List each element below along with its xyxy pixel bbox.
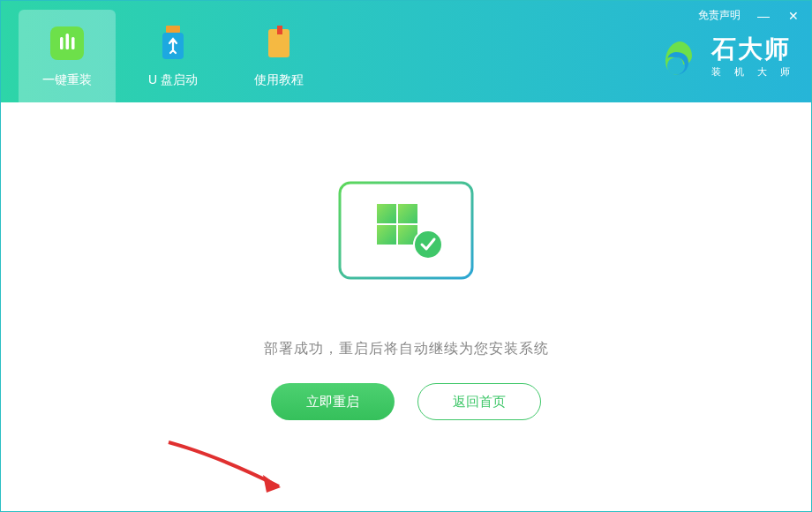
svg-rect-3 <box>71 37 75 49</box>
restart-button[interactable]: 立即重启 <box>271 383 395 420</box>
tab-tutorial[interactable]: 使用教程 <box>230 10 327 102</box>
tab-label: 使用教程 <box>254 72 304 88</box>
brand-logo-icon <box>658 36 701 79</box>
svg-rect-13 <box>398 204 417 223</box>
brand-title: 石大师 <box>711 36 795 64</box>
svg-rect-2 <box>66 34 70 49</box>
tab-reinstall[interactable]: 一键重装 <box>19 10 116 102</box>
tab-label: U 盘启动 <box>148 72 198 88</box>
tab-usb-boot[interactable]: U 盘启动 <box>124 10 222 102</box>
main-content: 部署成功，重启后将自动继续为您安装系统 立即重启 返回首页 <box>1 102 811 512</box>
svg-rect-12 <box>377 204 396 223</box>
brand: 石大师 装 机 大 师 <box>658 36 795 79</box>
success-illustration <box>331 177 481 313</box>
home-button[interactable]: 返回首页 <box>417 383 541 420</box>
minimize-button[interactable]: — <box>756 9 771 23</box>
bars-icon <box>49 25 86 62</box>
tab-label: 一键重装 <box>42 72 92 88</box>
svg-rect-4 <box>166 26 180 33</box>
svg-rect-1 <box>60 37 64 49</box>
disclaimer-link[interactable]: 免责声明 <box>698 8 741 23</box>
book-icon <box>260 25 297 62</box>
app-header: 一键重装 U 盘启动 使用教程 免责声明 — ✕ <box>1 1 811 102</box>
close-button[interactable]: ✕ <box>786 9 801 23</box>
svg-rect-14 <box>377 225 396 245</box>
usb-icon <box>154 25 192 62</box>
nav-tabs: 一键重装 U 盘启动 使用教程 <box>1 1 327 102</box>
brand-text: 石大师 装 机 大 师 <box>711 36 795 79</box>
svg-rect-7 <box>277 26 282 34</box>
svg-marker-18 <box>263 475 281 493</box>
annotation-arrow-icon <box>164 438 305 512</box>
status-message: 部署成功，重启后将自动继续为您安装系统 <box>264 340 549 358</box>
brand-subtitle: 装 机 大 师 <box>711 65 795 79</box>
window-controls: 免责声明 — ✕ <box>698 8 801 23</box>
action-buttons: 立即重启 返回首页 <box>271 383 541 420</box>
